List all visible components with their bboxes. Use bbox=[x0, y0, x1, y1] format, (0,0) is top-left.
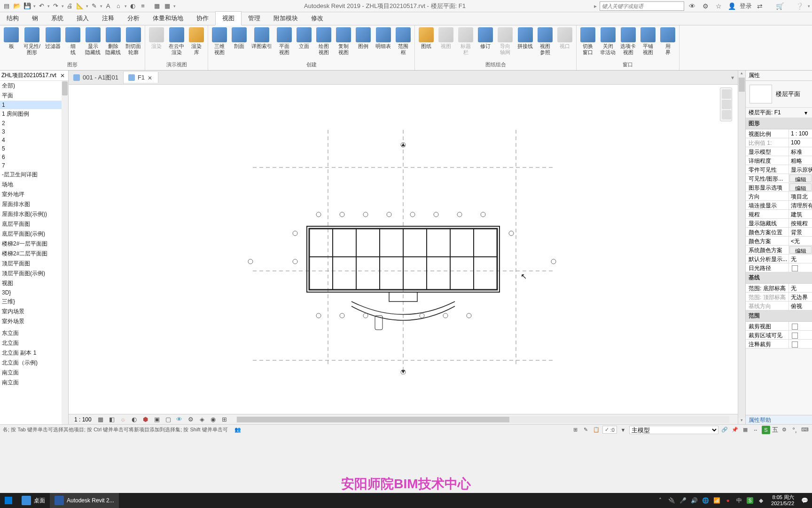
prop-checkbox[interactable] bbox=[789, 322, 812, 330]
sel-pin-icon[interactable]: 📌 bbox=[731, 426, 739, 434]
rb-tabviews[interactable]: 选项卡 视图 bbox=[618, 26, 638, 56]
text-icon[interactable]: A bbox=[103, 1, 113, 11]
tree-item[interactable]: 4 bbox=[0, 136, 68, 144]
rb-3dview[interactable]: 三维 视图 bbox=[210, 26, 229, 56]
taskbar-clock[interactable]: 8:05 周六 2021/5/22 bbox=[768, 494, 797, 507]
canvas-h-scrollbar[interactable] bbox=[236, 416, 729, 423]
tree-item[interactable]: 室内场景 bbox=[0, 307, 68, 317]
mic-icon[interactable]: 🎤 bbox=[679, 497, 687, 504]
app-tray-icon[interactable]: ◆ bbox=[757, 497, 765, 504]
app-menu-icon[interactable]: ▤ bbox=[2, 1, 11, 11]
tree-item[interactable]: 视图 bbox=[0, 278, 68, 288]
tree-item[interactable]: 楼梯2#二层平面图 bbox=[0, 249, 68, 259]
prop-value[interactable]: 背景 bbox=[789, 228, 812, 236]
rb-sheet[interactable]: 图纸 bbox=[417, 26, 436, 50]
dim-icon[interactable]: ✎ bbox=[89, 1, 99, 11]
comm-icon[interactable]: ⚙ bbox=[700, 1, 710, 11]
task-revit[interactable]: Autodesk Revit 2... bbox=[50, 493, 119, 508]
tree-item[interactable]: 顶层平面图 bbox=[0, 259, 68, 269]
view-scale[interactable]: 1 : 100 bbox=[72, 416, 94, 423]
close-icon[interactable]: ✕ bbox=[148, 75, 153, 80]
tab-systems[interactable]: 系统 bbox=[45, 12, 70, 25]
exchange-icon[interactable]: ⇄ bbox=[755, 1, 765, 11]
design-opts-icon[interactable]: 📋 bbox=[592, 426, 601, 434]
shadow-icon[interactable]: ◐ bbox=[130, 415, 139, 424]
tree-item[interactable]: 平面 bbox=[0, 91, 68, 101]
detail-level-icon[interactable]: ▦ bbox=[96, 415, 105, 424]
rb-callout[interactable]: 详图索引 bbox=[250, 26, 274, 50]
rb-switchwin[interactable]: 切换 窗口 bbox=[578, 26, 597, 56]
tree-item[interactable]: 2 bbox=[0, 119, 68, 127]
status-icon[interactable]: 👥 bbox=[234, 426, 242, 434]
infocenter-icon[interactable]: 👁 bbox=[687, 1, 697, 11]
prop-checkbox[interactable] bbox=[789, 263, 812, 272]
ime-label[interactable]: 五 bbox=[772, 426, 778, 434]
tree-item[interactable]: 北立面（示例) bbox=[0, 358, 68, 368]
render-icon[interactable]: ⬢ bbox=[141, 415, 150, 424]
tree-item[interactable]: 北立面 副本 1 bbox=[0, 348, 68, 358]
tree-item[interactable]: 室外场景 bbox=[0, 317, 68, 326]
editable-icon[interactable]: ✎ bbox=[582, 426, 590, 434]
nav-home-icon[interactable] bbox=[722, 89, 731, 99]
view-tab-sheet[interactable]: 001 - A1图01 bbox=[69, 71, 124, 84]
tree-item[interactable]: 北立面 bbox=[0, 338, 68, 348]
rb-elevation[interactable]: 立面 bbox=[295, 26, 313, 50]
rb-planview[interactable]: 平面 视图 bbox=[275, 26, 294, 56]
rb-scopebox[interactable]: 范围 框 bbox=[394, 26, 413, 56]
sel-link-icon[interactable]: 🔗 bbox=[720, 426, 729, 434]
prop-value[interactable]: 粗略 bbox=[789, 156, 812, 165]
tree-item[interactable]: 南立面 bbox=[0, 368, 68, 378]
fav-icon[interactable]: ☆ bbox=[713, 1, 724, 11]
constraint-icon[interactable]: ⊞ bbox=[220, 415, 229, 424]
sun-icon[interactable]: ☼ bbox=[119, 415, 127, 424]
login-label[interactable]: 登录 bbox=[740, 2, 752, 10]
prop-value[interactable]: 显示原状 bbox=[789, 165, 812, 174]
tree-item[interactable]: 6 bbox=[0, 153, 68, 161]
prop-value[interactable]: 按规程 bbox=[789, 219, 812, 227]
tree-item[interactable]: 全部) bbox=[0, 81, 68, 91]
ime-punct-icon[interactable]: °, bbox=[790, 426, 799, 434]
tab-manage[interactable]: 管理 bbox=[242, 12, 267, 25]
tree-item[interactable]: 底层平面图 bbox=[0, 219, 68, 229]
prop-value[interactable]: 1 : 100 bbox=[789, 129, 812, 138]
tree-item[interactable]: 楼梯2#一层平面图 bbox=[0, 239, 68, 249]
ime-skin-icon[interactable]: ⚙ bbox=[780, 426, 789, 434]
notifications-icon[interactable]: 💬 bbox=[801, 497, 808, 504]
rec-icon[interactable]: ● bbox=[724, 497, 732, 504]
rb-template[interactable]: 板 bbox=[2, 26, 21, 50]
drawing-canvas[interactable]: ↖ bbox=[69, 85, 738, 414]
tree-item[interactable]: 屋面排水图(示例)) bbox=[0, 209, 68, 219]
wifi-icon[interactable]: 📶 bbox=[713, 497, 720, 504]
tree-item[interactable]: 1 房间图例 bbox=[0, 109, 68, 119]
tab-massing[interactable]: 体量和场地 bbox=[146, 12, 190, 25]
rb-schedule[interactable]: 明细表 bbox=[374, 26, 393, 50]
prop-edit-button[interactable]: 编辑 bbox=[789, 246, 812, 254]
prop-value[interactable]: 项目北 bbox=[789, 192, 812, 200]
props-help-link[interactable]: 属性帮助 bbox=[746, 415, 812, 424]
network-icon[interactable]: 🌐 bbox=[702, 497, 709, 504]
power-icon[interactable]: 🔌 bbox=[668, 497, 675, 504]
task-desktop[interactable]: 桌面 bbox=[17, 493, 50, 508]
help-dd[interactable]: ▾ bbox=[807, 4, 810, 8]
print-icon[interactable]: 🖨 bbox=[65, 1, 74, 11]
browser-tree[interactable]: 全部)平面11 房间图例234567-层卫生间详图场地室外地坪屋面排水图屋面排水… bbox=[0, 81, 68, 424]
close-icon[interactable]: ✕ bbox=[60, 72, 67, 79]
rb-visibility[interactable]: 可见性/ 图形 bbox=[22, 26, 42, 56]
prop-checkbox[interactable] bbox=[789, 331, 812, 339]
sel-drag-icon[interactable]: ↔ bbox=[751, 426, 760, 434]
section-icon[interactable]: ◐ bbox=[128, 1, 137, 11]
rb-thinlines[interactable]: 细 线 bbox=[63, 26, 82, 56]
close-hidden-icon[interactable]: ▦ bbox=[152, 1, 162, 11]
sogou-icon[interactable]: S bbox=[747, 497, 753, 504]
prop-value[interactable]: 无 bbox=[789, 284, 812, 292]
unhide-icon[interactable]: 👁 bbox=[175, 415, 184, 424]
prop-value[interactable]: 清理所有 bbox=[789, 201, 812, 209]
user-icon[interactable]: 👤 bbox=[726, 1, 737, 11]
tree-item[interactable]: 5 bbox=[0, 144, 68, 153]
sel-face-icon[interactable]: ▦ bbox=[741, 426, 750, 434]
redo-icon[interactable]: ↷ bbox=[51, 1, 60, 11]
search-input[interactable] bbox=[600, 1, 684, 11]
ime-tray-icon[interactable]: 中 bbox=[735, 497, 743, 504]
worksets-icon[interactable]: ⊞ bbox=[571, 426, 580, 434]
rb-matchline[interactable]: 拼接线 bbox=[515, 26, 535, 50]
